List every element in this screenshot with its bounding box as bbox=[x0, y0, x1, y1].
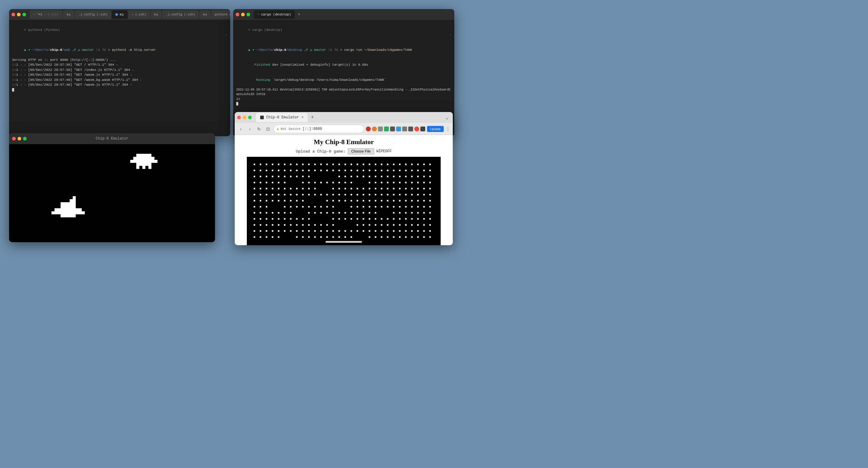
terminal-1-tab-bar: × ⌃⌘1 – (-zsh) ⌘1 .j.config (-zsh) ⌘2 – … bbox=[9, 9, 230, 20]
upload-label: Upload a Chip-8 game: bbox=[296, 149, 346, 154]
ext-icon-9[interactable] bbox=[414, 127, 419, 131]
security-warning-icon: ▲ bbox=[277, 127, 279, 131]
new-tab-button-browser[interactable]: + bbox=[309, 114, 316, 121]
maximize-button-2[interactable] bbox=[247, 13, 250, 16]
ext-icon-1[interactable] bbox=[366, 127, 371, 131]
tab-terminal-1-3[interactable]: .j.config (-zsh) bbox=[75, 10, 111, 19]
new-tab-button-2[interactable]: + bbox=[295, 12, 303, 17]
ext-icon-2[interactable] bbox=[372, 127, 377, 131]
maximize-button-browser[interactable] bbox=[248, 115, 252, 119]
browser-page-content: My Chip-8 Emulator Upload a Chip-8 game:… bbox=[235, 135, 453, 245]
terminal-2-tab-bar: × cargo (desktop) + bbox=[233, 9, 454, 20]
tab-terminal-1-5[interactable]: – (-zsh) bbox=[128, 10, 150, 19]
terminal-1-content: × python3 (Python) – ▲ ➜ ~/Dev/ru/chip-8… bbox=[9, 20, 230, 136]
close-button-1[interactable] bbox=[11, 13, 15, 16]
minimize-button-1[interactable] bbox=[17, 13, 21, 16]
tab-terminal-1-4[interactable]: ⌘2 bbox=[112, 10, 127, 19]
tab-terminal-1-1[interactable]: × ⌃⌘1 – (-zsh) bbox=[30, 10, 62, 19]
svg-rect-17 bbox=[70, 199, 73, 208]
tab-terminal-2-cargo[interactable]: × cargo (desktop) bbox=[254, 10, 295, 19]
address-url: [::]:8000 bbox=[303, 127, 322, 131]
close-button-3[interactable] bbox=[12, 137, 16, 140]
file-name-label: WIPEOFF bbox=[376, 149, 392, 154]
maximize-button-1[interactable] bbox=[23, 13, 26, 16]
ext-icon-6[interactable] bbox=[396, 127, 401, 131]
ext-icon-4[interactable] bbox=[384, 127, 389, 131]
terminal-1-line-6: ::1 - - [05/Dec/2022 20:57:40] "GET /was… bbox=[12, 82, 227, 88]
terminal-1-line-4: ::1 - - [05/Dec/2022 20:57:40] "GET /was… bbox=[12, 72, 227, 77]
chip8-browser-display bbox=[247, 157, 441, 245]
tab-terminal-1-8[interactable]: ⌘4 bbox=[199, 10, 211, 19]
svg-rect-12 bbox=[130, 160, 157, 163]
ext-icon-10[interactable] bbox=[421, 127, 425, 131]
minimize-button-browser[interactable] bbox=[243, 115, 246, 119]
browser-window: Chip-8 Emulator × + ⌄ ‹ › ↻ ⊡ ▲ Not Secu… bbox=[235, 112, 453, 245]
terminal-1-line-1: Serving HTTP on :: port 8000 (http://[::… bbox=[12, 58, 227, 63]
page-scrollbar[interactable] bbox=[326, 241, 362, 243]
minimize-button-2[interactable] bbox=[241, 13, 245, 16]
window-minimize-icon[interactable]: ⌄ bbox=[444, 114, 451, 121]
chip8-desktop-title: Chip-8 Emulator bbox=[96, 136, 128, 141]
ext-icon-8[interactable] bbox=[408, 127, 413, 131]
maximize-button-3[interactable] bbox=[23, 137, 27, 140]
browser-menu-icon[interactable]: ⋮ bbox=[445, 126, 451, 132]
terminal-1-line-3: ::1 - - [05/Dec/2022 20:57:39] "GET /ind… bbox=[12, 67, 227, 73]
tab-terminal-1-6[interactable]: ⌘3 bbox=[151, 10, 162, 19]
svg-rect-7 bbox=[145, 163, 148, 166]
close-button-browser[interactable] bbox=[237, 115, 241, 119]
terminal-2-prompt: ▲ ➜ ~/Dev/ru/chip-8/desktop ⎇ μ master !… bbox=[236, 42, 451, 58]
terminal-window-1: × ⌃⌘1 – (-zsh) ⌘1 .j.config (-zsh) ⌘2 – … bbox=[9, 9, 230, 136]
ext-icon-7[interactable] bbox=[402, 127, 407, 131]
chip8-desktop-window: Chip-8 Emulator bbox=[9, 133, 215, 242]
terminal-1-cursor: █ bbox=[12, 88, 227, 93]
ext-icon-5[interactable] bbox=[390, 127, 395, 131]
tab-favicon bbox=[260, 115, 264, 119]
svg-rect-14 bbox=[61, 205, 76, 208]
browser-tab-chip8[interactable]: Chip-8 Emulator × bbox=[256, 113, 308, 122]
terminal-2-line-1: Finished dev [unoptimized + debuginfo] t… bbox=[236, 58, 451, 73]
terminal-2-line-5: it bbox=[236, 97, 451, 102]
chip8-game-canvas bbox=[9, 144, 215, 242]
close-button-2[interactable] bbox=[236, 13, 239, 16]
back-button[interactable]: ‹ bbox=[237, 125, 244, 133]
browser-tab-label: Chip-8 Emulator bbox=[266, 115, 299, 120]
tab-terminal-1-7[interactable]: .j.config (-zsh) bbox=[162, 10, 199, 19]
terminal-2-line-2: Running `target/debug/desktop /Users/nim… bbox=[236, 72, 451, 88]
tab-terminal-1-9[interactable]: python3 (Python) ⌘5 bbox=[211, 10, 230, 19]
terminal-1-prompt: ▲ ➜ ~/Dev/ru/chip-8/web ⎇ μ master !1 ?2… bbox=[12, 42, 227, 58]
tab-close-icon[interactable]: × bbox=[33, 13, 35, 16]
chip8-game-display bbox=[15, 148, 209, 238]
not-secure-label: Not Secure bbox=[281, 127, 301, 131]
browser-extensions bbox=[366, 127, 425, 131]
svg-rect-8 bbox=[136, 154, 139, 157]
minimize-button-3[interactable] bbox=[18, 137, 21, 140]
choose-file-button[interactable]: Choose File bbox=[348, 148, 374, 155]
forward-button[interactable]: › bbox=[246, 125, 253, 133]
upload-row: Upload a Chip-8 game: Choose File WIPEOF… bbox=[296, 148, 392, 155]
address-bar[interactable]: ▲ Not Secure [::]:8000 bbox=[274, 125, 364, 133]
tab-active-dot bbox=[115, 13, 118, 16]
svg-rect-9 bbox=[148, 154, 151, 157]
svg-rect-10 bbox=[136, 166, 139, 169]
ext-icon-3[interactable] bbox=[378, 127, 383, 131]
terminal-2-title-line: × cargo (desktop) – bbox=[236, 23, 451, 42]
svg-rect-18 bbox=[73, 196, 76, 202]
browser-tab-close-icon[interactable]: × bbox=[301, 115, 304, 120]
terminal-2-line-4: 2022-12-05 20:57:10.611 desktop[35613:32… bbox=[236, 88, 451, 97]
emulator-page-title: My Chip-8 Emulator bbox=[314, 138, 374, 146]
terminal-1-close: × python3 (Python) – bbox=[12, 23, 227, 42]
browser-toolbar: ‹ › ↻ ⊡ ▲ Not Secure [::]:8000 Update ⋮ bbox=[235, 123, 453, 135]
svg-rect-11 bbox=[148, 166, 151, 169]
terminal-1-line-2: ::1 - - [05/Dec/2022 20:57:39] "GET / HT… bbox=[12, 62, 227, 67]
update-button[interactable]: Update bbox=[427, 126, 444, 132]
terminal-1-line-5: ::1 - - [05/Dec/2022 20:57:40] "GET /was… bbox=[12, 77, 227, 82]
refresh-button[interactable]: ↻ bbox=[255, 125, 262, 133]
window-controls-1 bbox=[11, 13, 26, 16]
tab-close-icon-2[interactable]: × bbox=[257, 13, 259, 16]
svg-rect-16 bbox=[61, 214, 76, 218]
tab-terminal-1-2[interactable]: ⌘1 bbox=[63, 10, 74, 19]
bookmark-button[interactable]: ⊡ bbox=[265, 125, 272, 133]
svg-rect-19 bbox=[52, 211, 85, 214]
window-controls-3 bbox=[12, 137, 27, 140]
chip8-emulator-canvas bbox=[247, 157, 441, 245]
